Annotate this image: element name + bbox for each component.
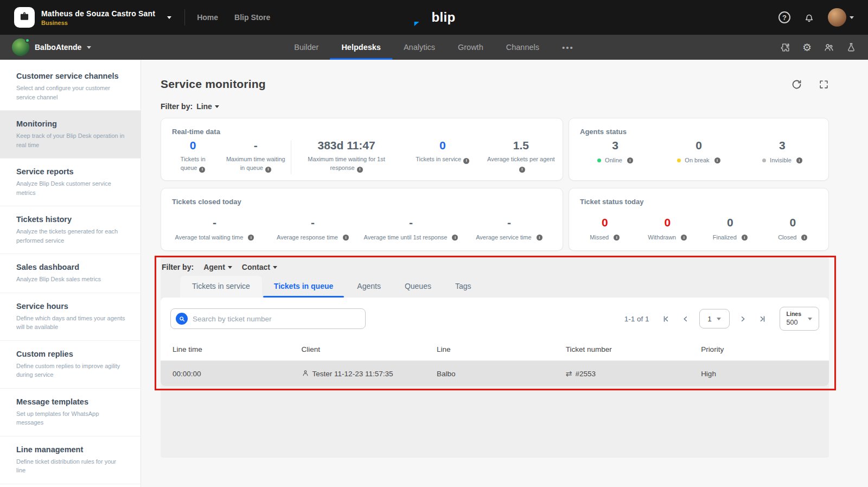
tab-tickets-in-queue[interactable]: Tickets in queue <box>262 276 345 298</box>
column-line-time: Line time <box>173 345 302 353</box>
chevron-down-icon <box>215 105 219 108</box>
sidebar-item-service-hours[interactable]: Service hours Define which days and time… <box>0 293 141 341</box>
info-icon[interactable]: i <box>452 235 458 241</box>
help-icon[interactable]: ? <box>778 11 790 23</box>
info-icon[interactable]: i <box>714 157 720 163</box>
ticket-search-input[interactable] <box>193 315 360 323</box>
sidebar-item-service-reports[interactable]: Service reports Analyze Blip Desk custom… <box>0 159 141 206</box>
blip-logo: blip <box>413 10 456 25</box>
appbar-icons: ⚙ <box>780 41 856 54</box>
sidebar-item-tickets-history[interactable]: Tickets history Analyze the tickets gene… <box>0 206 141 254</box>
organization-badge[interactable] <box>14 7 35 28</box>
info-icon[interactable]: i <box>742 235 748 241</box>
info-icon[interactable]: i <box>463 158 469 164</box>
info-icon[interactable]: i <box>614 235 620 241</box>
card-realtime-data: Real-time data 0 Tickets in queuei - Max… <box>161 118 563 181</box>
tab-queues[interactable]: Queues <box>393 276 443 298</box>
sidebar-item-title: Monitoring <box>16 119 127 128</box>
sidebar-item-custom-replies[interactable]: Custom replies Define custom replies to … <box>0 341 141 389</box>
tab-helpdesks[interactable]: Helpdesks <box>330 35 392 60</box>
refresh-icon[interactable] <box>791 79 802 90</box>
line-filter-dropdown[interactable]: Line <box>196 102 219 111</box>
chevron-down-icon <box>228 266 232 269</box>
nav-blip-store[interactable]: Blip Store <box>234 13 270 22</box>
account-type-badge: Business <box>41 20 155 26</box>
info-icon[interactable]: i <box>801 235 807 241</box>
info-icon[interactable]: i <box>537 235 542 241</box>
info-icon[interactable]: i <box>681 235 687 241</box>
sidebar-item-line-management[interactable]: Line management Define ticket distributi… <box>0 437 141 484</box>
metric-agents-online: 3 Onlinei <box>573 138 657 163</box>
sidebar-item-title: Custom replies <box>16 350 127 358</box>
notifications-bell-icon[interactable] <box>803 12 815 23</box>
settings-gear-icon[interactable]: ⚙ <box>802 41 812 54</box>
person-icon <box>302 369 309 378</box>
account-chevron-down-icon[interactable] <box>167 16 171 19</box>
previous-page-icon[interactable] <box>678 311 694 327</box>
tab-analytics[interactable]: Analytics <box>392 35 446 60</box>
info-icon[interactable]: i <box>627 157 633 163</box>
lab-flask-icon[interactable] <box>846 42 856 52</box>
column-priority: Priority <box>701 345 817 353</box>
contacts-people-icon[interactable] <box>824 42 834 53</box>
metric-tickets-in-service: 0 Tickets in servicei <box>401 138 484 164</box>
organization-info: Matheus de Souza Castro Sant Business <box>41 9 155 26</box>
metric-missed: 0 Missedi <box>573 208 636 241</box>
metric-value: 0 <box>664 216 671 230</box>
sidebar-item-monitoring[interactable]: Monitoring Keep track of your Blip Desk … <box>0 111 141 159</box>
metric-value: - <box>409 216 413 230</box>
tab-tags[interactable]: Tags <box>443 276 483 298</box>
metric-avg-total-waiting-time: - Average total waiting timei <box>165 208 264 241</box>
tab-tickets-in-service[interactable]: Tickets in service <box>180 276 262 298</box>
last-page-icon[interactable] <box>755 311 771 327</box>
metric-avg-service-time: - Average service timei <box>460 208 558 241</box>
sidebar-item-sales-dashboard[interactable]: Sales dashboard Analyze Blip Desk sales … <box>0 254 141 293</box>
metric-value: 0 <box>727 216 733 230</box>
info-icon[interactable]: i <box>248 235 254 241</box>
ticket-row[interactable]: 00:00:00 Tester 11-12-23 11:57:35 Balbo … <box>161 361 829 386</box>
card-ticket-status-today: Ticket status today 0 Missedi 0 Withdraw… <box>569 188 829 251</box>
metric-agents-on-break: 0 On breaki <box>657 138 741 163</box>
tab-channels[interactable]: Channels <box>495 35 551 60</box>
info-icon[interactable]: i <box>199 167 205 173</box>
lines-value: 500 <box>787 318 801 327</box>
column-line: Line <box>437 345 566 353</box>
agent-filter-dropdown[interactable]: Agent <box>203 263 232 271</box>
cell-client: Tester 11-12-23 11:57:35 <box>302 369 437 378</box>
lines-per-page-select[interactable]: Lines 500 <box>780 307 819 331</box>
user-chevron-down-icon[interactable] <box>850 16 854 19</box>
sidebar-item-title: Line management <box>16 445 127 454</box>
next-page-icon[interactable] <box>735 311 751 327</box>
info-icon[interactable]: i <box>796 157 802 163</box>
tab-more-icon[interactable]: ••• <box>551 35 585 60</box>
fullscreen-icon[interactable] <box>819 79 829 90</box>
tab-growth[interactable]: Growth <box>446 35 495 60</box>
metric-value: - <box>213 216 216 230</box>
tab-agents[interactable]: Agents <box>345 276 393 298</box>
info-icon[interactable]: i <box>265 167 271 173</box>
cell-priority: High <box>701 370 817 378</box>
info-icon[interactable]: i <box>357 167 363 173</box>
bot-switcher[interactable]: BalboAtende <box>12 39 91 56</box>
nav-home[interactable]: Home <box>197 13 218 22</box>
contact-filter-dropdown[interactable]: Contact <box>242 263 277 271</box>
bot-name: BalboAtende <box>35 43 81 52</box>
tab-builder[interactable]: Builder <box>283 35 330 60</box>
column-ticket-number: Ticket number <box>566 345 701 353</box>
metric-label: Missed <box>590 234 609 241</box>
sidebar-item-customer-service-channels[interactable]: Customer service channels Select and con… <box>0 63 141 111</box>
integrations-puzzle-icon[interactable] <box>780 42 790 53</box>
metric-value: - <box>254 138 258 153</box>
card-title: Real-time data <box>161 118 563 136</box>
info-icon[interactable]: i <box>343 235 349 241</box>
chevron-down-icon <box>808 318 812 320</box>
metric-label: Withdrawn <box>648 234 676 241</box>
sidebar-item-title: Customer service channels <box>16 72 127 80</box>
user-avatar[interactable] <box>828 8 846 27</box>
first-page-icon[interactable] <box>658 311 674 327</box>
sidebar-item-title: Message templates <box>16 397 127 406</box>
sidebar-item-message-templates[interactable]: Message templates Set up templates for W… <box>0 389 141 437</box>
metric-label: Average time until 1st response <box>364 234 448 241</box>
info-icon[interactable]: i <box>519 167 525 173</box>
page-number-select[interactable]: 1 <box>699 309 730 328</box>
